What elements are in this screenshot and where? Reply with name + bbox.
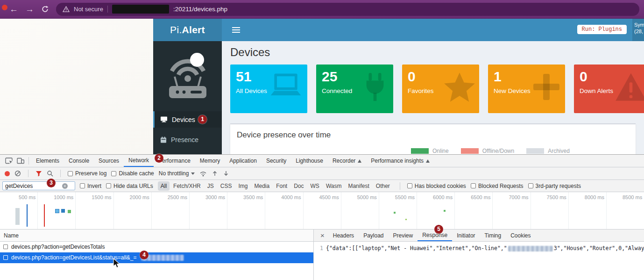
annotation-step-2: 2 (155, 154, 163, 163)
stat-card-connected[interactable]: 25 Connected (316, 65, 393, 113)
request-row-get-devices-totals[interactable]: devices.php?action=getDevicesTotals (0, 242, 313, 252)
clear-filter-icon[interactable]: × (62, 183, 68, 189)
user-menu[interactable]: Sym (28, (632, 19, 644, 41)
tab-label: Console (69, 158, 89, 164)
has-blocked-cookies-checkbox[interactable]: Has blocked cookies (407, 183, 466, 189)
address-divider (107, 6, 108, 13)
sidebar-item-presence[interactable]: Presence (153, 131, 222, 148)
throttling-dropdown[interactable]: No throttling (159, 170, 195, 177)
detail-tab-timing[interactable]: Timing (480, 230, 506, 241)
detail-tab-headers[interactable]: Headers (328, 230, 359, 241)
devtools-tab-security[interactable]: Security (262, 155, 291, 167)
stat-card-down-alerts[interactable]: 0 Down Alerts (574, 65, 644, 113)
devtools-tab-elements[interactable]: Elements (31, 155, 64, 167)
timeline-activity-square (61, 209, 65, 213)
chip-media[interactable]: Media (251, 181, 272, 191)
network-detail-area: Name devices.php?action=getDevicesTotals… (0, 230, 644, 280)
checkbox-icon[interactable] (68, 171, 73, 176)
invert-checkbox[interactable]: Invert (80, 183, 101, 189)
response-body-viewer[interactable]: 1 {"data":[["laptop","Net - Huawei","Int… (314, 242, 644, 280)
devtools-tab-network[interactable]: Network (124, 155, 154, 167)
stat-card-new-devices[interactable]: 1 New Devices (488, 65, 565, 113)
legend-item-archived[interactable]: Archived (526, 148, 570, 154)
search-icon[interactable] (47, 170, 53, 177)
network-overview-timeline[interactable]: 500 ms 1000 ms 1500 ms 2000 ms 2500 ms 3… (0, 192, 644, 230)
forward-icon[interactable]: → (25, 5, 34, 14)
filter-input[interactable]: × (2, 181, 75, 190)
chip-wasm[interactable]: Wasm (323, 181, 345, 191)
legend-item-offline[interactable]: Offline/Down (461, 148, 514, 154)
checkbox-icon[interactable] (80, 183, 85, 188)
checkbox-icon[interactable] (407, 183, 412, 188)
address-bar[interactable]: Not secure :20211/devices.php (56, 3, 639, 16)
stat-card-favorites[interactable]: 0 Favorites (402, 65, 479, 113)
chip-ws[interactable]: WS (308, 181, 322, 191)
import-har-up-arrow-icon[interactable] (212, 170, 218, 177)
chip-doc[interactable]: Doc (291, 181, 306, 191)
checkbox-icon[interactable] (106, 183, 111, 188)
star-icon (444, 72, 475, 103)
chip-font[interactable]: Font (273, 181, 290, 191)
export-har-down-arrow-icon[interactable] (223, 170, 229, 177)
chip-fetch-xhr[interactable]: Fetch/XHR (170, 181, 204, 191)
sidebar-item-devices[interactable]: Devices (153, 111, 222, 128)
network-conditions-wifi-icon[interactable] (199, 171, 207, 177)
chip-all[interactable]: All (158, 181, 170, 191)
inspect-element-icon[interactable] (3, 156, 14, 166)
detail-tab-payload[interactable]: Payload (359, 230, 388, 241)
response-text-before: {"data":[["laptop","Net - Huawei","Inter… (326, 245, 507, 251)
pialert-logo[interactable]: Pi.Alert (153, 19, 222, 41)
checkbox-icon[interactable] (471, 183, 476, 188)
devtools-tab-console[interactable]: Console (64, 155, 94, 167)
hide-data-urls-checkbox[interactable]: Hide data URLs (106, 183, 153, 189)
chip-img[interactable]: Img (235, 181, 250, 191)
detail-tab-cookies[interactable]: Cookies (506, 230, 535, 241)
devtools-tab-memory[interactable]: Memory (195, 155, 225, 167)
requests-name-column-header[interactable]: Name (0, 230, 313, 242)
chip-other[interactable]: Other (373, 181, 393, 191)
disable-cache-checkbox[interactable]: Disable cache (111, 170, 154, 177)
record-network-log-icon[interactable] (5, 171, 10, 176)
tab-label: Lighthouse (296, 158, 323, 164)
timeline-tick-label: 4500 ms (319, 194, 339, 200)
timeline-tick: 8500 ms (607, 192, 644, 229)
devtools-tab-performance-insights[interactable]: Performance insights (366, 155, 434, 167)
checkbox-icon[interactable] (111, 171, 116, 176)
request-detail-pane: × Headers Payload Preview Response Initi… (314, 230, 644, 280)
devtools-tabbar: Elements Console Sources Network Perform… (0, 155, 644, 167)
detail-tab-preview[interactable]: Preview (389, 230, 418, 241)
filter-funnel-icon[interactable] (35, 171, 42, 177)
timeline-tick: 4500 ms (304, 192, 341, 229)
device-toolbar-icon[interactable] (14, 156, 26, 166)
back-icon[interactable]: ← (9, 5, 18, 14)
run-plugins-button[interactable]: Run: Plugins (577, 25, 627, 34)
close-icon[interactable]: × (317, 231, 328, 239)
hamburger-menu-icon[interactable] (232, 27, 240, 33)
checkbox-label: Has blocked cookies (415, 183, 466, 189)
checkbox-icon[interactable] (528, 183, 533, 188)
chip-manifest[interactable]: Manifest (345, 181, 372, 191)
refresh-icon[interactable] (41, 5, 49, 13)
timeline-tick: 5000 ms (341, 192, 379, 229)
stat-card-all-devices[interactable]: 51 All Devices (230, 65, 307, 113)
timeline-activity-bar (15, 208, 20, 225)
legend-item-online[interactable]: Online (411, 148, 449, 154)
devtools-tab-application[interactable]: Application (225, 155, 262, 167)
plug-icon (361, 72, 389, 103)
blocked-requests-checkbox[interactable]: Blocked Requests (471, 183, 524, 189)
request-row-get-devices-list[interactable]: devices.php?action=getDevicesList&status… (0, 252, 313, 263)
preserve-log-checkbox[interactable]: Preserve log (68, 170, 106, 177)
third-party-requests-checkbox[interactable]: 3rd-party requests (528, 183, 581, 189)
chip-js[interactable]: JS (205, 181, 217, 191)
checkbox-label: 3rd-party requests (536, 183, 581, 189)
chip-css[interactable]: CSS (218, 181, 235, 191)
request-checkbox[interactable] (3, 244, 8, 249)
devtools-tab-recorder[interactable]: Recorder (328, 155, 366, 167)
clear-network-log-icon[interactable] (14, 170, 21, 177)
devtools-tab-lighthouse[interactable]: Lighthouse (291, 155, 328, 167)
request-checkbox[interactable] (3, 255, 8, 260)
chart-legend: Online Offline/Down Archived (411, 148, 570, 154)
detail-tab-initiator[interactable]: Initiator (452, 230, 480, 241)
devtools-tab-sources[interactable]: Sources (94, 155, 124, 167)
tab-label: Sources (99, 158, 119, 164)
